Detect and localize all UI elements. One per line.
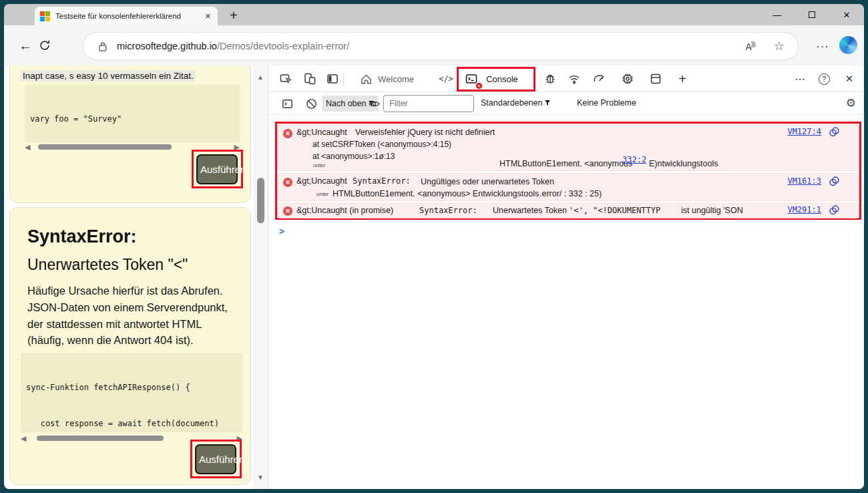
card2-subtitle: Unerwartetes Token "<" [27, 256, 188, 274]
scroll-up-icon[interactable]: ▲ [257, 73, 264, 81]
stack-frame: HTMLButtonE1ement. <anonymous [499, 159, 632, 168]
unter-label: unter [316, 191, 329, 197]
scrollbar-thumb[interactable] [37, 436, 164, 441]
error-prefix: &gt;Uncaught (in promise) [296, 206, 393, 215]
refresh-button[interactable] [39, 39, 65, 51]
code-line: cost response = await fetch(document) [26, 418, 237, 430]
error-message: Unerwartetes Token [493, 206, 567, 215]
copilot-explain-icon[interactable] [829, 126, 840, 138]
error-token: '<', "<!DOKUMENTTYP [569, 206, 660, 215]
vm-source-link[interactable]: VM291:1 [787, 205, 821, 214]
source-line-link[interactable]: 332:2 [622, 155, 646, 164]
browser-window: Testseite für konsolenfehlererklärend ✕ … [4, 4, 864, 489]
content-area: Inapt case, s easy 10 vermasseln ein Zit… [4, 65, 864, 489]
devtools-panel: Welcome </> ✕ Console [268, 65, 864, 489]
run-button-1[interactable]: Ausführen [196, 154, 238, 184]
site-favicon [40, 11, 50, 21]
scroll-left-icon[interactable]: ◀ [21, 434, 30, 443]
url-text: microsoftedge.github.io/Demos/devtools-e… [117, 41, 746, 51]
toolbar-separator [343, 71, 344, 86]
copilot-icon[interactable] [839, 36, 857, 54]
new-tab-button[interactable]: + [230, 8, 238, 23]
debugger-bug-icon[interactable] [542, 71, 558, 87]
title-bar: Testseite für konsolenfehlererklärend ✕ … [4, 4, 864, 25]
add-tool-icon[interactable]: + [674, 71, 690, 87]
tab-welcome[interactable]: Welcome [375, 71, 417, 87]
error-icon: ✕ [283, 129, 292, 138]
navigation-toolbar: ← microsoftedge.github.io/Demos/devtools… [4, 25, 864, 65]
device-emulation-icon[interactable] [302, 71, 318, 87]
unter-label: unter [313, 162, 325, 168]
console-prompt-chevron[interactable]: > [279, 226, 284, 236]
devtools-tab-bar: Welcome </> ✕ Console [268, 65, 864, 92]
no-issues-text[interactable]: Keine Probleme [577, 98, 636, 108]
live-expression-eye-icon[interactable] [366, 96, 382, 112]
favorite-star-icon[interactable]: ☆ [774, 39, 785, 53]
error-icon: ✕ [283, 178, 292, 187]
scrollbar-thumb[interactable] [38, 144, 172, 150]
error-type: SyntaxError: [419, 206, 477, 215]
page-vertical-scrollbar[interactable]: ▲ ▼ [254, 65, 267, 489]
read-aloud-icon[interactable]: A))) [746, 41, 755, 52]
error-type: SyntaxError: [353, 176, 411, 186]
url-path: /Demos/devtools-explain-error/ [217, 41, 349, 51]
annotation-console-tab [457, 67, 535, 92]
devtools-close-icon[interactable]: ✕ [841, 71, 857, 87]
console-error-row: ✕ &gt;Uncaught SyntaxError: Ungültiges o… [277, 173, 859, 201]
error-prefix: &gt;Uncaught [296, 176, 347, 186]
vm-source-link[interactable]: VM127:4 [787, 127, 821, 136]
memory-chip-icon[interactable] [620, 71, 636, 87]
inspect-element-icon[interactable] [278, 71, 294, 87]
address-bar[interactable]: microsoftedge.github.io/Demos/devtools-e… [83, 32, 799, 60]
network-wifi-icon[interactable] [566, 71, 582, 87]
code-line: sync-Funktion fetchAPIResponse() { [26, 381, 237, 393]
browser-tab[interactable]: Testseite für konsolenfehlererklärend ✕ [35, 7, 218, 25]
scroll-left-icon[interactable]: ◀ [25, 143, 34, 152]
error-message: Verweisfehler jQuery ist nicht definiert [355, 128, 495, 137]
error-prefix: &gt;Uncaught [296, 128, 347, 137]
console-toolbar: Nach oben Standardebenen Keine Probleme … [268, 92, 864, 115]
error-message: Ungültiges oder unerwartetes Token [421, 177, 554, 186]
browser-more-icon[interactable]: ··· [816, 40, 829, 53]
maximize-button[interactable] [795, 4, 829, 25]
card2-title: SyntaxError: [27, 226, 137, 247]
console-error-row: ✕ &gt;Uncaught (in promise) SyntaxError:… [277, 203, 859, 218]
window-close-button[interactable]: ✕ [829, 4, 864, 25]
back-button[interactable]: ← [12, 38, 39, 53]
console-error-row: ✕ &gt;Uncaught Verweisfehler jQuery ist … [277, 124, 859, 171]
stack-frame: E)ntwicklungstools [649, 159, 718, 168]
copilot-explain-icon[interactable] [829, 176, 840, 187]
url-host: microsoftedge.github.io [117, 41, 217, 51]
tab-title: Testseite für konsolenfehlererklärend [55, 12, 198, 20]
tab-close-icon[interactable]: ✕ [204, 12, 212, 21]
devtools-help-icon[interactable]: ? [816, 71, 832, 87]
vm-source-link[interactable]: VM161:3 [787, 176, 821, 186]
minimize-button[interactable]: — [760, 4, 795, 25]
console-filter-input[interactable] [383, 95, 474, 112]
stack-frame: at <anonymous>:1ø:13 [312, 152, 395, 161]
sources-code-icon[interactable]: </> [437, 71, 455, 87]
web-page-panel: Inapt case, s easy 10 vermasseln ein Zit… [4, 65, 268, 489]
scroll-down-icon[interactable]: ▼ [257, 474, 264, 481]
dock-side-icon[interactable] [324, 71, 341, 87]
console-settings-gear-icon[interactable]: ⚙ [846, 96, 856, 110]
clear-console-icon[interactable] [303, 96, 319, 112]
scrollbar-thumb[interactable] [257, 178, 264, 223]
run-button-2[interactable]: Ausführen [195, 444, 236, 474]
log-levels-dropdown[interactable]: Standardebenen [481, 98, 551, 108]
copilot-explain-icon[interactable] [829, 204, 840, 216]
error-icon: ✕ [283, 206, 292, 216]
devtools-more-icon[interactable]: ⋯ [792, 71, 808, 87]
home-icon[interactable] [358, 71, 374, 87]
stack-frame: HTMLButtonE1ement. <anonymous> Entwicklu… [333, 189, 539, 198]
performance-gauge-icon[interactable] [591, 71, 607, 87]
stack-frame: at setCSRFToken (<anonymous>:4:15) [312, 140, 451, 149]
console-sidebar-icon[interactable] [279, 96, 295, 112]
card2-paragraph: Häufige Ursache hierfür ist das Abrufen.… [27, 283, 234, 349]
code-line: vary foo = "Survey" [30, 113, 234, 125]
stack-frame: .error/ : 332 : 25) [539, 189, 602, 198]
card2-code-block: sync-Funktion fetchAPIResponse() { cost … [21, 353, 242, 432]
lock-icon [98, 41, 107, 51]
card1-code-block: vary foo = "Survey" + @Model.MyGuid+'&la… [25, 85, 240, 142]
application-window-icon[interactable] [648, 71, 664, 87]
